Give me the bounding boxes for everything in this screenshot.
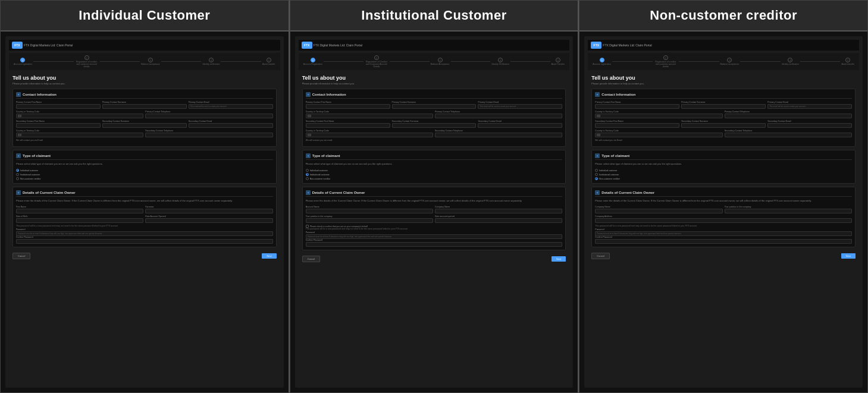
field-input[interactable]: This email will be used to create your a… xyxy=(189,104,273,109)
field-input[interactable] xyxy=(306,209,433,213)
step-circle: 3 xyxy=(148,58,153,62)
step-connector xyxy=(221,61,261,62)
country-selector[interactable] xyxy=(16,114,143,118)
field-input[interactable]: Password must be at least 8 characters l… xyxy=(306,234,563,239)
field-input[interactable] xyxy=(435,114,562,118)
field-input[interactable] xyxy=(767,123,852,128)
field-input[interactable] xyxy=(595,123,679,128)
form-row: Date of BirthDate Account Opened xyxy=(16,215,273,223)
field-input[interactable] xyxy=(102,104,187,109)
field-label: Password xyxy=(595,228,852,231)
radio-dot xyxy=(16,169,19,172)
field-input[interactable] xyxy=(725,209,852,213)
radio-item[interactable]: Non-customer creditor xyxy=(306,177,563,180)
field-input[interactable] xyxy=(306,218,433,223)
form-row-4: Country or Territory CodeSecondary Conta… xyxy=(306,130,563,137)
field-input[interactable] xyxy=(392,123,477,128)
radio-dot xyxy=(16,173,19,176)
step-connector xyxy=(324,61,364,62)
panel-title-non-customer-creditor: Non-customer creditor xyxy=(589,8,858,23)
radio-item[interactable]: Individual customer xyxy=(595,169,852,172)
step-2: 3Balance acceptance xyxy=(141,58,160,65)
section-title: Type of claimant xyxy=(601,154,629,158)
next-button[interactable]: Next xyxy=(551,256,566,262)
field-input[interactable]: This email will be used to create your a… xyxy=(767,104,852,109)
field-input[interactable] xyxy=(145,133,272,137)
field-input[interactable] xyxy=(145,114,272,118)
step-label: Balance Acceptance xyxy=(431,63,450,65)
field-input[interactable] xyxy=(725,133,852,137)
radio-item[interactable]: Individual customer xyxy=(306,169,563,172)
next-button[interactable]: Next xyxy=(262,253,276,259)
step-connector xyxy=(679,61,719,62)
field-input[interactable] xyxy=(595,218,852,223)
form-field: Primary Contact Telephone xyxy=(435,111,562,118)
field-input[interactable] xyxy=(392,104,477,109)
field-input[interactable] xyxy=(435,209,562,213)
field-input[interactable] xyxy=(16,123,101,128)
form-row: Your position in the companyDate account… xyxy=(306,215,563,223)
country-selector[interactable] xyxy=(595,114,722,118)
step-label: Registration of creditor and customer ac… xyxy=(75,61,99,68)
country-selector[interactable] xyxy=(306,133,433,137)
form-field: Primary Contact Surname xyxy=(392,101,477,109)
field-input[interactable] xyxy=(435,133,562,137)
field-input[interactable] xyxy=(595,239,852,244)
field-input[interactable] xyxy=(16,218,143,223)
field-input[interactable] xyxy=(306,123,390,128)
cancel-button[interactable]: Cancel xyxy=(12,253,30,259)
form-row-4: Country or Territory CodeSecondary Conta… xyxy=(595,130,852,137)
field-input[interactable]: Password must be at least 8 characters l… xyxy=(16,231,273,236)
cancel-button[interactable]: Cancel xyxy=(302,256,320,262)
field-label: Primary Contact First Name xyxy=(595,101,679,103)
section-2: ✦ Details of Current Claim Owner Please … xyxy=(12,187,277,247)
field-label: Company Name xyxy=(435,206,562,208)
section-title: Contact Information xyxy=(23,93,57,96)
field-input[interactable] xyxy=(16,209,143,213)
field-input[interactable] xyxy=(189,123,273,128)
radio-item[interactable]: Institutional customer xyxy=(595,173,852,176)
radio-item[interactable]: Institutional customer xyxy=(16,173,273,176)
form-field: First Name xyxy=(16,206,143,213)
field-input[interactable]: Password must be at least 8 characters l… xyxy=(595,231,852,236)
section-title: Details of Current Claim Owner xyxy=(312,191,365,194)
field-input[interactable] xyxy=(595,104,679,109)
section-2: ✦ Details of Current Claim Owner Please … xyxy=(591,187,856,247)
progress-steps: 1Account registration2Registration of cr… xyxy=(9,53,280,70)
field-input[interactable] xyxy=(306,104,390,109)
field-input[interactable] xyxy=(102,123,187,128)
field-input[interactable] xyxy=(16,239,273,244)
field-input[interactable] xyxy=(725,114,852,118)
country-selector[interactable] xyxy=(306,114,433,118)
field-input[interactable] xyxy=(681,123,766,128)
field-input[interactable] xyxy=(145,209,272,213)
form-field: Secondary Contact First Name xyxy=(595,120,679,128)
field-input[interactable] xyxy=(478,123,562,128)
country-selector[interactable] xyxy=(595,133,722,137)
field-input[interactable] xyxy=(595,209,722,213)
progress-steps: 1Account Registration2Registration of Cr… xyxy=(299,53,570,70)
step-label: Registration of creditor and customer ac… xyxy=(654,61,678,68)
country-selector[interactable] xyxy=(16,133,143,137)
field-input[interactable] xyxy=(145,218,272,223)
cancel-button[interactable]: Cancel xyxy=(591,253,609,259)
step-label: Identity Verification xyxy=(491,63,509,65)
field-label: Password xyxy=(16,228,273,231)
radio-label: Non-customer creditor xyxy=(20,178,41,180)
field-input[interactable] xyxy=(435,218,562,223)
form-row-3: Secondary Contact First NameSecondary Co… xyxy=(306,120,563,128)
country-flag xyxy=(18,134,21,136)
password-field: PasswordPassword must be at least 8 char… xyxy=(16,228,273,236)
radio-item[interactable]: Non-customer creditor xyxy=(595,177,852,180)
section-header: ✦ Type of claimant xyxy=(595,153,852,160)
field-input[interactable]: This email will be used to create your a… xyxy=(478,104,562,109)
radio-item[interactable]: Non-customer creditor xyxy=(16,177,273,180)
radio-item[interactable]: Individual customer xyxy=(16,169,273,172)
field-input[interactable] xyxy=(681,104,766,109)
section-icon: ✦ xyxy=(306,92,311,97)
ftx-logo-icon: FTX xyxy=(591,42,601,49)
field-input[interactable] xyxy=(306,242,563,247)
field-input[interactable] xyxy=(16,104,101,109)
radio-item[interactable]: Institutional customer xyxy=(306,173,563,176)
next-button[interactable]: Next xyxy=(841,253,856,259)
